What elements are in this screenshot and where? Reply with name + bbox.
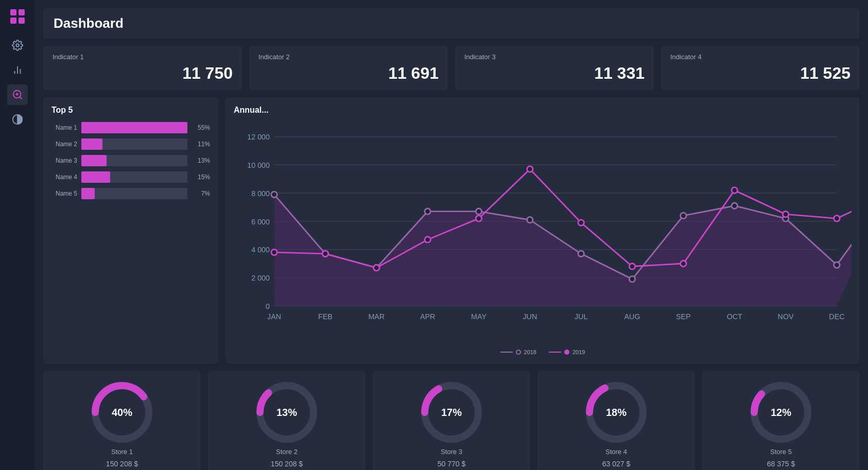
svg-rect-2: [10, 18, 16, 24]
svg-point-83: [578, 220, 584, 225]
bar-row: Name 4 15%: [51, 171, 210, 183]
svg-text:2 000: 2 000: [251, 274, 270, 282]
annual-title: Annual...: [234, 106, 852, 115]
bar-pct: 7%: [192, 190, 210, 197]
donut-store-name: Store 1: [111, 448, 133, 456]
svg-point-81: [476, 216, 481, 221]
bar-label: Name 1: [51, 124, 77, 131]
indicator-label-1: Indicator 1: [53, 53, 233, 61]
bar-track: [81, 155, 187, 166]
svg-point-56: [476, 208, 481, 214]
svg-line-76: [837, 195, 852, 219]
page-title: Dashboard: [54, 15, 849, 31]
donut-amount: 150 208 $: [271, 460, 303, 468]
legend-2018: 2018: [500, 349, 536, 355]
svg-point-61: [732, 203, 737, 208]
svg-text:OCT: OCT: [727, 312, 742, 321]
bar-label: Name 4: [51, 173, 77, 181]
svg-text:0: 0: [266, 302, 270, 310]
svg-point-87: [783, 211, 788, 217]
legend-2019-label: 2019: [572, 349, 585, 355]
svg-text:JUN: JUN: [523, 312, 537, 321]
svg-text:MAY: MAY: [471, 312, 487, 321]
svg-text:NOV: NOV: [778, 312, 794, 321]
donut-store-name: Store 4: [605, 448, 627, 456]
donut-store-name: Store 5: [770, 448, 792, 456]
donut-store-name: Store 3: [441, 448, 462, 456]
indicator-label-4: Indicator 4: [670, 53, 850, 61]
donut-wrap: 40%: [89, 379, 155, 446]
svg-point-78: [322, 251, 328, 256]
donut-card-5: 12% Store 5 68 375 $: [702, 371, 860, 470]
svg-marker-39: [274, 195, 852, 306]
line-chart: 02 0004 0006 0008 00010 00012 000JANFEBM…: [234, 122, 852, 355]
donut-center: 13%: [276, 406, 297, 418]
main-content: Dashboard Indicator 1 11 750 Indicator 2…: [35, 0, 868, 470]
svg-point-4: [16, 44, 19, 47]
donut-pct: 12%: [771, 406, 791, 418]
top5-card: Top 5 Name 1 55% Name 2 11% Name 3 13% N…: [43, 97, 218, 363]
svg-text:6 000: 6 000: [251, 218, 270, 226]
indicator-value-4: 11 525: [670, 64, 850, 83]
top5-bars: Name 1 55% Name 2 11% Name 3 13% Name 4 …: [51, 122, 210, 199]
svg-rect-3: [19, 18, 25, 24]
indicator-card-3: Indicator 3 11 331: [455, 46, 654, 90]
donut-center: 17%: [441, 406, 462, 418]
chart-icon[interactable]: [7, 60, 28, 80]
bar-row: Name 1 55%: [51, 122, 210, 133]
legend-2018-label: 2018: [524, 349, 536, 355]
donut-wrap: 17%: [418, 379, 485, 446]
donut-amount: 68 375 $: [767, 460, 795, 468]
donut-pct: 40%: [112, 406, 132, 418]
svg-point-77: [271, 249, 277, 255]
settings-icon[interactable]: [7, 35, 28, 56]
svg-point-86: [732, 187, 737, 193]
svg-text:JUL: JUL: [575, 312, 587, 321]
indicator-card-2: Indicator 2 11 691: [249, 46, 448, 90]
svg-point-85: [681, 260, 686, 266]
theme-icon[interactable]: [7, 109, 28, 130]
svg-text:MAR: MAR: [368, 312, 385, 321]
donut-wrap: 12%: [748, 379, 814, 446]
donut-pct: 17%: [441, 406, 462, 418]
svg-text:AUG: AUG: [624, 312, 640, 321]
svg-text:DEC: DEC: [829, 312, 844, 321]
svg-line-75: [786, 214, 837, 218]
svg-point-59: [629, 276, 635, 282]
bar-fill: [81, 188, 95, 199]
svg-point-84: [629, 264, 635, 269]
svg-rect-0: [10, 9, 16, 15]
donut-card-1: 40% Store 1 150 208 $: [43, 371, 201, 470]
bar-fill: [81, 155, 107, 166]
donut-pct: 13%: [276, 406, 297, 418]
analytics-icon[interactable]: [7, 84, 28, 105]
svg-text:APR: APR: [420, 312, 435, 321]
svg-text:SEP: SEP: [676, 312, 691, 321]
donut-amount: 150 208 $: [106, 460, 138, 468]
donut-amount: 63 027 $: [602, 460, 631, 468]
svg-text:JAN: JAN: [267, 312, 281, 321]
bar-row: Name 2 11%: [51, 138, 210, 150]
donut-store-name: Store 2: [276, 448, 298, 456]
donut-card-2: 13% Store 2 150 208 $: [208, 371, 366, 470]
donut-center: 18%: [606, 406, 627, 418]
indicators-row: Indicator 1 11 750 Indicator 2 11 691 In…: [43, 46, 860, 90]
donut-card-3: 17% Store 3 50 770 $: [373, 371, 530, 470]
bar-pct: 13%: [192, 157, 210, 164]
indicator-card-1: Indicator 1 11 750: [43, 46, 242, 90]
donut-wrap: 13%: [253, 379, 320, 446]
bar-label: Name 3: [51, 157, 77, 164]
svg-text:12 000: 12 000: [247, 133, 270, 141]
bar-fill: [81, 122, 187, 133]
bar-pct: 55%: [192, 124, 210, 131]
indicator-value-1: 11 750: [53, 64, 233, 83]
svg-text:FEB: FEB: [318, 312, 333, 321]
donut-wrap: 18%: [583, 379, 650, 446]
bar-fill: [81, 138, 102, 150]
indicator-label-2: Indicator 2: [258, 53, 439, 61]
header: Dashboard: [43, 8, 860, 39]
svg-point-88: [834, 216, 840, 221]
indicator-value-2: 11 691: [258, 64, 439, 83]
donut-pct: 18%: [606, 406, 627, 418]
svg-point-60: [681, 213, 686, 218]
